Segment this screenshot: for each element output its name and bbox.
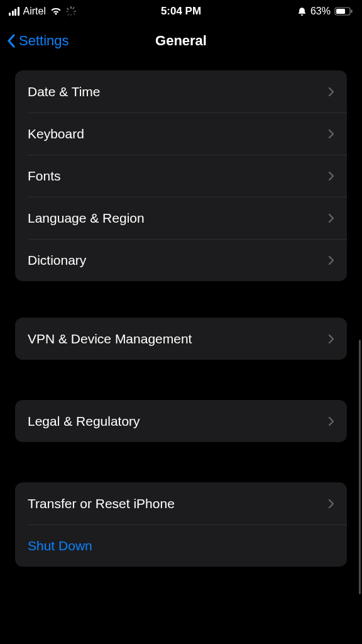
chevron-right-icon [328,87,334,97]
svg-rect-10 [351,10,353,13]
cellular-signal-icon [9,7,19,16]
svg-rect-6 [72,7,75,9]
carrier-label: Airtel [23,6,46,17]
back-button[interactable]: Settings [0,33,69,49]
chevron-right-icon [328,334,334,344]
row-label: Fonts [28,169,61,184]
chevron-right-icon [328,255,334,265]
settings-group-1: Date & Time Keyboard Fonts Language & Re… [15,70,347,281]
row-label: Date & Time [28,84,101,99]
svg-rect-9 [336,9,345,14]
nav-bar: Settings General [0,23,362,59]
row-shut-down[interactable]: Shut Down [15,525,347,567]
row-vpn-device-management[interactable]: VPN & Device Management [15,318,347,360]
row-label: Keyboard [28,126,84,142]
settings-group-2: VPN & Device Management [15,318,347,360]
chevron-right-icon [328,416,334,426]
row-fonts[interactable]: Fonts [15,155,347,197]
row-label: Transfer or Reset iPhone [28,496,175,511]
row-dictionary[interactable]: Dictionary [15,239,347,281]
battery-icon [334,7,353,16]
row-label: Shut Down [28,538,92,553]
chevron-right-icon [328,129,334,139]
svg-rect-7 [67,13,70,16]
svg-rect-1 [70,14,72,16]
svg-rect-4 [67,8,69,10]
row-keyboard[interactable]: Keyboard [15,113,347,155]
settings-group-4: Transfer or Reset iPhone Shut Down [15,482,347,567]
chevron-right-icon [328,171,334,181]
scroll-indicator[interactable] [359,340,361,594]
svg-rect-2 [66,11,69,12]
status-bar: Airtel 5:04 PM 63% [0,0,362,23]
svg-rect-5 [73,13,75,15]
row-label: VPN & Device Management [28,331,192,347]
svg-rect-0 [70,6,72,9]
row-label: Legal & Regulatory [28,414,140,429]
chevron-right-icon [328,499,334,509]
settings-group-3: Legal & Regulatory [15,400,347,442]
alarm-icon [297,7,307,16]
wifi-icon [50,7,62,16]
chevron-left-icon [6,33,16,48]
row-label: Language & Region [28,211,145,226]
chevron-right-icon [328,213,334,223]
row-date-time[interactable]: Date & Time [15,70,347,113]
row-label: Dictionary [28,253,86,268]
content: Date & Time Keyboard Fonts Language & Re… [0,59,362,567]
loading-spinner-icon [66,6,76,16]
back-label: Settings [19,33,69,49]
battery-percentage: 63% [310,6,331,17]
row-legal-regulatory[interactable]: Legal & Regulatory [15,400,347,442]
svg-rect-3 [74,11,76,12]
row-transfer-reset[interactable]: Transfer or Reset iPhone [15,482,347,525]
row-language-region[interactable]: Language & Region [15,197,347,239]
